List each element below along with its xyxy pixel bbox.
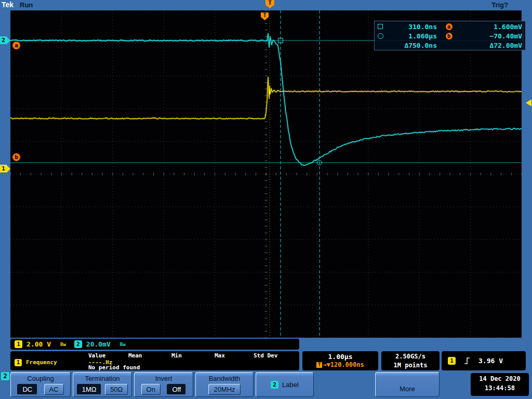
graticule xyxy=(10,10,522,338)
cursor2-circle-icon xyxy=(378,33,389,39)
rising-edge-icon xyxy=(464,356,470,365)
ch1-marker-arrow-icon xyxy=(7,165,10,172)
cursor-delta-time: Δ750.0ns xyxy=(389,42,437,49)
ch2-scale: 20.0mV xyxy=(86,340,111,348)
option-50ohm[interactable]: 50Ω xyxy=(105,384,128,395)
option-20mhz[interactable]: 20MHz xyxy=(208,384,240,395)
ch2-marker-label: 2 xyxy=(0,36,7,44)
more-label: More xyxy=(376,385,439,393)
grid-layer xyxy=(10,10,522,338)
time-label: 13:44:58 xyxy=(471,384,529,392)
option-ac[interactable]: AC xyxy=(44,384,64,395)
menu-button-invert[interactable]: Invert On Off xyxy=(134,372,193,397)
menu-button-termination[interactable]: Termination 1MΩ 50Ω xyxy=(73,372,132,397)
timebase-scale: 1.00µs xyxy=(302,353,378,361)
option-dc[interactable]: DC xyxy=(17,384,37,395)
meas-header-mean: Mean xyxy=(128,352,142,359)
tek-logo: Tek xyxy=(2,1,14,9)
menu-channel-badge: 2 xyxy=(1,372,9,380)
trigger-flag-mini-icon: T xyxy=(316,362,322,368)
ch2-marker-arrow-icon xyxy=(7,37,10,44)
sample-rate: 2.50GS/s xyxy=(381,353,440,360)
trigger-source-badge: 1 xyxy=(448,357,456,365)
menu-button-bandwidth[interactable]: Bandwidth 20MHz xyxy=(195,372,254,397)
cursor-readout-row: Δ750.0ns Δ72.00mV xyxy=(378,41,522,50)
termination-label: Termination xyxy=(73,375,131,382)
meas-source-badge: 1 xyxy=(15,359,22,366)
trigger-status: Trig? xyxy=(491,1,508,9)
waveform-display xyxy=(10,10,522,338)
bandwidth-label: Bandwidth xyxy=(196,375,253,382)
cursor1-square-icon xyxy=(378,24,389,29)
ch2-position-marker: 2 xyxy=(0,36,10,44)
date-label: 14 Dec 2020 xyxy=(471,375,529,382)
timebase-delay: T →▼120.000ns xyxy=(302,361,378,368)
cursor-delta-voltage: Δ72.00mV xyxy=(461,42,522,49)
cursor1-time: 310.0ns xyxy=(389,23,437,31)
meas-name: Frequency xyxy=(26,359,57,366)
meas-header-value: Value xyxy=(88,352,105,359)
oscilloscope-screen: Tek Run Trig? T T 2 1 a b 310.0ns a 1.60… xyxy=(0,0,532,399)
timebase-delay-value: →▼120.000ns xyxy=(323,361,364,368)
menu-button-coupling[interactable]: Coupling DC AC xyxy=(10,372,71,397)
channel-scale-bar: 1 2.00 V Bw 2 20.0mV Bw xyxy=(10,339,299,350)
cursor-a-readout-badge: a xyxy=(437,23,461,30)
cursor-b-readout-badge: b xyxy=(437,33,461,39)
ch1-bandwidth-limit-icon: Bw xyxy=(60,342,66,347)
cursor-a-badge: a xyxy=(12,42,20,49)
meas-header-stddev: Std Dev xyxy=(254,352,277,359)
measurement-box: Value Mean Min Max Std Dev 1 Frequency -… xyxy=(10,351,299,370)
ch2-badge: 2 xyxy=(74,340,82,348)
cursor2-time: 1.060µs xyxy=(389,32,437,40)
coupling-label: Coupling xyxy=(11,375,70,382)
cursor-b-voltage: −70.40mV xyxy=(461,32,522,40)
cursor-readout-box: 310.0ns a 1.600mV 1.060µs b −70.40mV Δ75… xyxy=(374,21,526,50)
option-on[interactable]: On xyxy=(141,384,161,395)
ch2-trace xyxy=(10,33,522,165)
label-text: Label xyxy=(282,381,299,389)
trace-layer xyxy=(10,33,522,165)
invert-label: Invert xyxy=(135,375,193,382)
meas-note: No period found xyxy=(88,364,140,371)
meas-header-max: Max xyxy=(215,352,225,359)
trigger-level: 3.96 V xyxy=(478,357,503,365)
timebase-readout: 1.00µs T →▼120.000ns xyxy=(302,351,378,370)
ch2-bandwidth-limit-icon: Bw xyxy=(120,342,126,347)
trigger-position-flag-icon: T xyxy=(265,0,274,8)
record-length: 1M points xyxy=(381,362,440,369)
ch1-badge: 1 xyxy=(15,340,22,348)
cursor-b-badge: b xyxy=(12,153,20,161)
ch1-marker-label: 1 xyxy=(0,165,7,172)
acquisition-readout: 2.50GS/s 1M points xyxy=(381,351,440,370)
trigger-readout: 1 3.96 V xyxy=(442,351,526,370)
cursor-readout-row: 310.0ns a 1.600mV xyxy=(378,22,522,31)
meas-header-min: Min xyxy=(171,352,182,359)
cursor-readout-row: 1.060µs b −70.40mV xyxy=(378,31,522,41)
trigger-level-arrow-icon xyxy=(526,99,531,107)
label-channel-badge: 2 xyxy=(271,381,278,389)
option-1mohm[interactable]: 1MΩ xyxy=(77,384,102,395)
menu-button-label[interactable]: 2 Label xyxy=(256,372,314,397)
acquisition-status: Run xyxy=(20,1,33,9)
ch1-position-marker: 1 xyxy=(0,165,10,172)
datetime-box: 14 Dec 2020 13:44:58 xyxy=(471,373,529,396)
ch2-trace-glow xyxy=(10,33,522,165)
option-off[interactable]: Off xyxy=(167,384,186,395)
cursor-a-voltage: 1.600mV xyxy=(461,23,522,31)
ch1-scale: 2.00 V xyxy=(26,340,51,348)
menu-button-more[interactable]: More xyxy=(375,372,440,397)
